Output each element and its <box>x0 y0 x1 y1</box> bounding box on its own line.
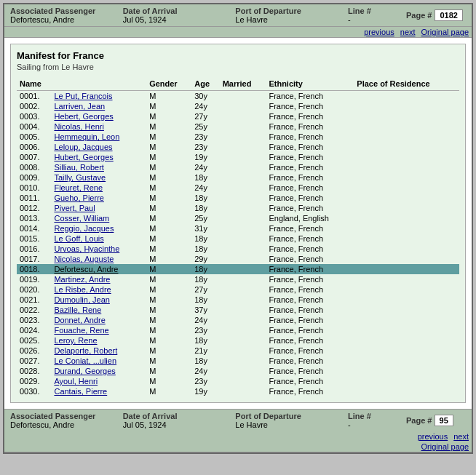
row-name[interactable]: Le Coniat, ...ulien <box>51 356 146 366</box>
row-name[interactable]: Delaporte, Robert <box>51 346 146 356</box>
row-residence <box>354 356 459 366</box>
passenger-name-link[interactable]: Pivert, Paul <box>54 204 95 212</box>
passenger-name-link[interactable]: Delaporte, Robert <box>54 346 117 355</box>
passenger-name-link[interactable]: Le Coniat, ...ulien <box>54 356 116 365</box>
row-gender: M <box>146 101 191 111</box>
row-married <box>220 356 266 366</box>
row-name[interactable]: Fouache, Rene <box>51 325 146 335</box>
top-original-link[interactable]: Original page <box>421 28 469 36</box>
row-name[interactable]: Cosser, William <box>51 213 146 223</box>
row-name[interactable]: Reggio, Jacques <box>51 223 146 233</box>
row-name[interactable]: Defortescu, Andre <box>51 264 146 274</box>
row-name[interactable]: Urvoas, Hyacinthe <box>51 244 146 254</box>
passenger-name-link[interactable]: Hubert, Georges <box>54 153 113 161</box>
table-row: 0014.Reggio, JacquesM31yFrance, French <box>17 223 459 233</box>
row-name[interactable]: Silliau, Robert <box>51 162 146 172</box>
header-port-label: Port of Departure Le Havre <box>232 6 345 25</box>
passenger-name-link[interactable]: Cantais, Pierre <box>54 387 107 396</box>
col-name-header: Name <box>17 77 146 91</box>
top-next-link[interactable]: next <box>400 28 416 36</box>
row-name[interactable]: Dumoulin, Jean <box>51 295 146 305</box>
top-nav-row: previous next Original page <box>4 27 472 38</box>
row-name[interactable]: Leroy, Rene <box>51 335 146 346</box>
passenger-name-link[interactable]: Hemmequin, Leon <box>54 132 119 141</box>
passenger-name-link[interactable]: Durand, Georges <box>54 367 115 375</box>
passenger-name-link[interactable]: Ayoul, Henri <box>54 377 98 386</box>
passenger-name-link[interactable]: Leloup, Jacques <box>54 143 112 151</box>
row-name[interactable]: Cantais, Pierre <box>51 386 146 396</box>
passenger-name-link[interactable]: Larriven, Jean <box>54 102 105 111</box>
row-name[interactable]: Le Put, Francois <box>51 91 146 102</box>
passenger-name-link[interactable]: Le Risbe, Andre <box>54 285 111 294</box>
row-ethnicity: France, French <box>266 121 354 132</box>
passenger-name-link[interactable]: Fouache, Rene <box>54 326 108 335</box>
row-number: 0030. <box>17 386 51 396</box>
row-name[interactable]: Donnet, Andre <box>51 315 146 325</box>
row-name[interactable]: Ayoul, Henri <box>51 376 146 386</box>
table-row: 0029.Ayoul, HenriM23yFrance, French <box>17 376 459 386</box>
passenger-name-link[interactable]: Cosser, William <box>54 214 109 223</box>
row-married <box>220 335 266 346</box>
row-name[interactable]: Durand, Georges <box>51 366 146 376</box>
row-ethnicity: France, French <box>266 223 354 233</box>
row-name[interactable]: Bazille, Rene <box>51 305 146 315</box>
row-ethnicity: France, French <box>266 366 354 376</box>
row-residence <box>354 376 459 386</box>
footer-port-value: Le Havre <box>235 420 342 429</box>
row-ethnicity: France, French <box>266 346 354 356</box>
row-gender: M <box>146 346 191 356</box>
row-number: 0012. <box>17 203 51 213</box>
passenger-name-link[interactable]: Gueho, Pierre <box>54 193 103 202</box>
row-name[interactable]: Larriven, Jean <box>51 101 146 111</box>
row-gender: M <box>146 183 191 193</box>
row-name[interactable]: Nicolas, Henri <box>51 121 146 132</box>
row-age: 27y <box>191 111 219 121</box>
passenger-name-link[interactable]: Le Goff, Louis <box>54 234 103 243</box>
table-row: 0004.Nicolas, HenriM25yFrance, French <box>17 121 459 132</box>
row-number: 0011. <box>17 193 51 203</box>
row-married <box>220 325 266 335</box>
passenger-name-link[interactable]: Reggio, Jacques <box>54 224 114 233</box>
passenger-name-link[interactable]: Hebert, Georges <box>54 112 113 121</box>
header-page-number: 0182 <box>435 9 462 21</box>
row-gender: M <box>146 315 191 325</box>
passenger-name-link[interactable]: Defortescu, Andre <box>54 265 118 274</box>
passenger-name-link[interactable]: Martinez, Andre <box>54 275 110 284</box>
row-name[interactable]: Pivert, Paul <box>51 203 146 213</box>
passenger-name-link[interactable]: Leroy, Rene <box>54 336 97 345</box>
passenger-name-link[interactable]: Urvoas, Hyacinthe <box>54 244 119 253</box>
bottom-original-link[interactable]: Original page <box>421 442 469 451</box>
passenger-name-link[interactable]: Dumoulin, Jean <box>54 295 109 304</box>
passenger-name-link[interactable]: Nicolas, Henri <box>54 122 103 131</box>
row-name[interactable]: Le Risbe, Andre <box>51 284 146 295</box>
row-name[interactable]: Gueho, Pierre <box>51 193 146 203</box>
passenger-name-link[interactable]: Tailly, Gustave <box>54 173 106 182</box>
row-name[interactable]: Hubert, Georges <box>51 152 146 162</box>
row-age: 25y <box>191 121 219 132</box>
passenger-name-link[interactable]: Nicolas, Auguste <box>54 255 114 263</box>
row-number: 0003. <box>17 111 51 121</box>
top-previous-link[interactable]: previous <box>364 28 394 36</box>
passenger-name-link[interactable]: Silliau, Robert <box>54 163 103 172</box>
footer-line-label: Line # - <box>345 411 403 430</box>
row-name[interactable]: Martinez, Andre <box>51 274 146 284</box>
row-gender: M <box>146 325 191 335</box>
row-name[interactable]: Le Goff, Louis <box>51 233 146 244</box>
bottom-previous-link[interactable]: previous <box>418 432 448 441</box>
row-number: 0022. <box>17 305 51 315</box>
row-name[interactable]: Tailly, Gustave <box>51 172 146 183</box>
row-name[interactable]: Fleuret, Rene <box>51 183 146 193</box>
row-name[interactable]: Leloup, Jacques <box>51 142 146 152</box>
passenger-name-link[interactable]: Bazille, Rene <box>54 306 101 314</box>
row-residence <box>354 203 459 213</box>
bottom-next-link[interactable]: next <box>453 432 469 441</box>
row-number: 0015. <box>17 233 51 244</box>
row-married <box>220 162 266 172</box>
row-name[interactable]: Nicolas, Auguste <box>51 254 146 264</box>
passenger-name-link[interactable]: Donnet, Andre <box>54 316 105 324</box>
passenger-name-link[interactable]: Fleuret, Rene <box>54 183 103 192</box>
row-residence <box>354 132 459 142</box>
passenger-name-link[interactable]: Le Put, Francois <box>54 92 112 100</box>
row-name[interactable]: Hemmequin, Leon <box>51 132 146 142</box>
row-name[interactable]: Hebert, Georges <box>51 111 146 121</box>
